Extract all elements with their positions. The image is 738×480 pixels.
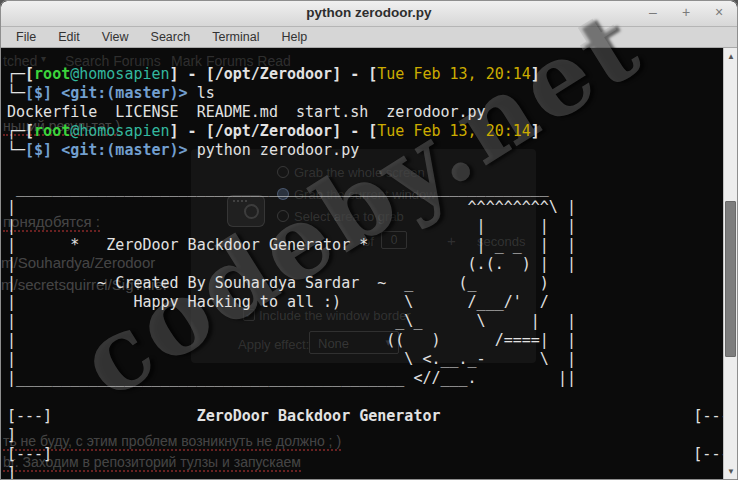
terminal-output: ┌─[root@homosapien] - [/opt/Zerodoor] - … xyxy=(7,65,730,480)
terminal-line: ] xyxy=(7,426,730,445)
terminal-line: |_______________________________________… xyxy=(7,369,730,388)
terminal-line: [---] ZeroDoor Backdoor Generator [--- xyxy=(7,407,730,426)
scroll-up-button[interactable]: ▲ xyxy=(724,49,738,64)
maximize-button[interactable]: + xyxy=(678,4,694,24)
terminal-line: | \ <.__._- \ | xyxy=(7,350,730,369)
minimize-button[interactable]: – xyxy=(645,4,661,24)
terminal-line: ┌─[root@homosapien] - [/opt/Zerodoor] - … xyxy=(7,122,730,141)
close-button[interactable]: × xyxy=(711,4,727,24)
terminal-line xyxy=(7,160,730,179)
terminal-window: python zerodoor.py – + × FileEditViewSea… xyxy=(0,0,738,480)
menu-item-edit[interactable]: Edit xyxy=(47,28,91,46)
terminal-line: | ^^^^^^^^^\ | xyxy=(7,198,730,217)
terminal-line: ┌─[root@homosapien] - [/opt/Zerodoor] - … xyxy=(7,65,730,84)
menu-item-search[interactable]: Search xyxy=(140,28,202,46)
scroll-down-button[interactable]: ▼ xyxy=(724,464,738,479)
terminal-line: | (.(. ) | | xyxy=(7,255,730,274)
terminal-line: | _\_ \ | | xyxy=(7,312,730,331)
menu-item-file[interactable]: File xyxy=(5,28,47,46)
terminal-line: | * ZeroDoor Backdoor Generator * | _ _ … xyxy=(7,236,730,255)
terminal-line: Dockerfile LICENSE README.md start.sh ze… xyxy=(7,103,730,122)
terminal-screen[interactable]: tched ▾ Search Forums Mark Forums Read G… xyxy=(1,48,738,480)
window-titlebar[interactable]: python zerodoor.py – + × xyxy=(1,1,737,27)
terminal-line: | (( ) /====| | xyxy=(7,331,730,350)
scrollbar-thumb[interactable] xyxy=(725,201,736,357)
terminal-line: | | | | xyxy=(7,217,730,236)
caret-down-icon: ▾ xyxy=(41,53,46,64)
terminal-line: | ~ Created By Souhardya Sardar ~ _ (_ ) xyxy=(7,274,730,293)
terminal-line: └─[$] <git:(master)> ls xyxy=(7,84,730,103)
terminal-line: [---] [--- xyxy=(7,445,730,464)
terminal-line: ________________________________________… xyxy=(7,179,730,198)
menu-item-view[interactable]: View xyxy=(91,28,140,46)
menu-item-help[interactable]: Help xyxy=(270,28,318,46)
terminal-line: ] xyxy=(7,464,730,480)
menu-item-terminal[interactable]: Terminal xyxy=(201,28,270,46)
scrollbar-track[interactable]: ▲ ▼ xyxy=(723,48,737,480)
terminal-line xyxy=(7,388,730,407)
terminal-line: | Happy Hacking to all :) \ /___/' / xyxy=(7,293,730,312)
terminal-line: └─[$] <git:(master)> python zerodoor.py xyxy=(7,141,730,160)
window-title: python zerodoor.py xyxy=(1,5,737,20)
